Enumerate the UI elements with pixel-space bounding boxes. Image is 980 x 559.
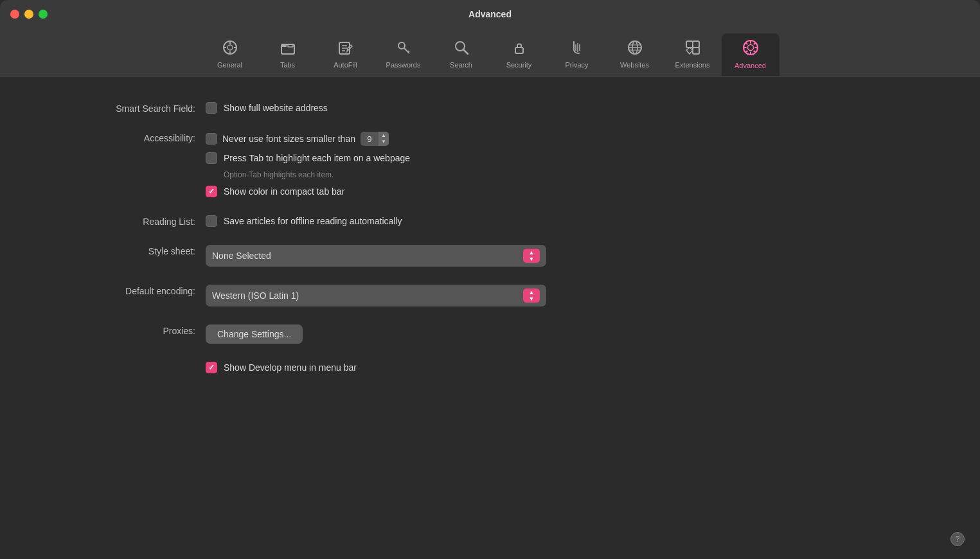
tab-privacy-label: Privacy — [565, 61, 588, 69]
stepper-up[interactable]: ▲ — [379, 132, 389, 139]
stepper-down[interactable]: ▼ — [379, 139, 389, 145]
tab-highlight-label: Press Tab to highlight each item on a we… — [224, 153, 410, 163]
encoding-up-arrow: ▲ — [529, 290, 535, 296]
default-encoding-value: Western (ISO Latin 1) — [212, 290, 299, 301]
privacy-icon — [569, 39, 585, 58]
toolbar: General Tabs A — [0, 28, 980, 76]
search-icon — [453, 39, 470, 58]
content-area: Smart Search Field: Show full website ad… — [0, 76, 980, 559]
default-encoding-content: Western (ISO Latin 1) ▲ ▼ — [206, 285, 941, 306]
svg-point-31 — [747, 45, 753, 51]
extensions-icon — [684, 39, 701, 58]
tab-security[interactable]: Security — [490, 34, 548, 75]
show-full-address-label: Show full website address — [224, 103, 328, 113]
svg-point-13 — [398, 42, 405, 49]
security-icon — [511, 39, 528, 58]
svg-rect-18 — [515, 48, 523, 53]
close-button[interactable] — [10, 10, 19, 19]
svg-line-39 — [745, 51, 747, 53]
svg-point-1 — [227, 45, 233, 50]
reading-list-label: Reading List: — [39, 215, 206, 227]
font-size-label: Never use font sizes smaller than — [222, 134, 355, 144]
compact-tab-bar-row: Show color in compact tab bar — [206, 186, 941, 197]
stepper-arrows[interactable]: ▲ ▼ — [379, 132, 389, 146]
accessibility-content: Never use font sizes smaller than 9 ▲ ▼ … — [206, 132, 941, 197]
advanced-icon — [742, 39, 760, 59]
minimize-button[interactable] — [24, 10, 33, 19]
tab-general-label: General — [217, 61, 242, 69]
accessibility-label: Accessibility: — [39, 132, 206, 143]
proxies-row: Proxies: Change Settings... — [39, 324, 941, 344]
tab-autofill-label: AutoFill — [334, 61, 357, 69]
app-window: Advanced General — [0, 0, 980, 559]
font-size-row: Never use font sizes smaller than 9 ▲ ▼ — [206, 132, 941, 146]
tab-highlight-row: Press Tab to highlight each item on a we… — [206, 152, 941, 164]
svg-rect-7 — [281, 44, 287, 47]
compact-tab-bar-checkbox[interactable] — [206, 186, 217, 197]
autofill-icon — [337, 39, 354, 58]
smart-search-content: Show full website address — [206, 102, 941, 114]
develop-menu-content: Show Develop menu in menu bar — [206, 362, 941, 373]
tab-websites[interactable]: Websites — [606, 34, 664, 75]
tab-tabs-label: Tabs — [280, 61, 295, 69]
tab-extensions[interactable]: Extensions — [664, 34, 722, 75]
font-size-checkbox[interactable] — [206, 133, 217, 145]
font-size-stepper[interactable]: 9 ▲ ▼ — [361, 132, 389, 146]
dropdown-down-arrow: ▼ — [529, 256, 535, 262]
svg-line-17 — [463, 50, 468, 55]
offline-reading-row: Save articles for offline reading automa… — [206, 215, 941, 227]
svg-line-37 — [753, 51, 755, 53]
style-sheet-content: None Selected ▲ ▼ — [206, 245, 941, 267]
window-controls — [10, 10, 48, 19]
default-encoding-dropdown-arrow[interactable]: ▲ ▼ — [523, 288, 540, 303]
tab-extensions-label: Extensions — [675, 61, 710, 69]
style-sheet-row: Style sheet: None Selected ▲ ▼ — [39, 245, 941, 267]
title-bar: Advanced — [0, 0, 980, 28]
tab-tabs[interactable]: Tabs — [259, 34, 317, 75]
style-sheet-label: Style sheet: — [39, 245, 206, 256]
compact-tab-bar-label: Show color in compact tab bar — [224, 186, 344, 197]
help-button[interactable]: ? — [950, 532, 965, 546]
svg-rect-8 — [288, 44, 293, 47]
svg-rect-28 — [693, 41, 699, 48]
encoding-down-arrow: ▼ — [529, 296, 535, 302]
show-full-address-row: Show full website address — [206, 102, 941, 114]
tab-advanced[interactable]: Advanced — [722, 33, 780, 76]
reading-list-row: Reading List: Save articles for offline … — [39, 215, 941, 227]
tab-autofill[interactable]: AutoFill — [317, 34, 375, 75]
svg-rect-27 — [686, 41, 693, 48]
tab-highlight-checkbox[interactable] — [206, 152, 217, 164]
accessibility-row: Accessibility: Never use font sizes smal… — [39, 132, 941, 197]
window-title: Advanced — [468, 9, 512, 19]
develop-menu-label: Show Develop menu in menu bar — [224, 362, 357, 373]
show-full-address-checkbox[interactable] — [206, 102, 217, 114]
change-settings-button[interactable]: Change Settings... — [206, 324, 303, 344]
develop-menu-checkbox[interactable] — [206, 362, 217, 373]
tab-search[interactable]: Search — [432, 34, 490, 75]
offline-reading-checkbox[interactable] — [206, 215, 217, 227]
proxies-label: Proxies: — [39, 324, 206, 336]
tab-passwords-label: Passwords — [386, 61, 421, 69]
style-sheet-dropdown[interactable]: None Selected ▲ ▼ — [206, 245, 546, 267]
default-encoding-label: Default encoding: — [39, 285, 206, 296]
tab-websites-label: Websites — [620, 61, 649, 69]
maximize-button[interactable] — [39, 10, 48, 19]
default-encoding-dropdown[interactable]: Western (ISO Latin 1) ▲ ▼ — [206, 285, 546, 306]
develop-menu-checkbox-row: Show Develop menu in menu bar — [206, 362, 941, 373]
tab-general[interactable]: General — [201, 34, 259, 75]
default-encoding-row: Default encoding: Western (ISO Latin 1) … — [39, 285, 941, 306]
tab-search-label: Search — [450, 61, 472, 69]
svg-line-36 — [745, 42, 747, 44]
tab-advanced-label: Advanced — [735, 62, 766, 69]
reading-list-content: Save articles for offline reading automa… — [206, 215, 941, 227]
tabs-icon — [280, 39, 296, 58]
offline-reading-label: Save articles for offline reading automa… — [224, 216, 402, 226]
svg-rect-29 — [693, 48, 699, 54]
style-sheet-value: None Selected — [212, 251, 271, 261]
tab-passwords[interactable]: Passwords — [375, 34, 432, 75]
tab-privacy[interactable]: Privacy — [548, 34, 606, 75]
passwords-icon — [395, 39, 412, 58]
websites-icon — [627, 39, 643, 58]
style-sheet-dropdown-arrow[interactable]: ▲ ▼ — [523, 249, 540, 263]
dropdown-up-arrow: ▲ — [529, 250, 535, 256]
